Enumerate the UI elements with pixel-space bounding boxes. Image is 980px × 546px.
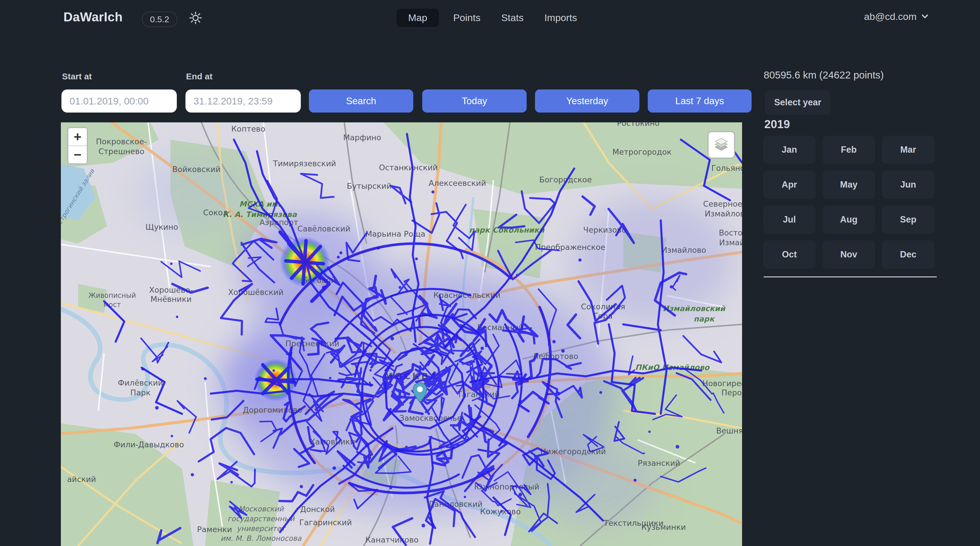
svg-text:Преображенское: Преображенское xyxy=(535,243,605,252)
svg-text:парк: парк xyxy=(694,315,715,323)
svg-text:Алексеевский: Алексеевский xyxy=(429,179,486,188)
svg-text:университет: университет xyxy=(237,524,286,533)
map-layers-control[interactable] xyxy=(708,131,735,159)
month-button-mar[interactable]: Mar xyxy=(882,136,934,164)
month-button-oct[interactable]: Oct xyxy=(763,240,816,269)
month-button-apr[interactable]: Apr xyxy=(763,171,816,199)
user-menu[interactable]: ab@cd.com xyxy=(864,11,929,22)
svg-text:Хорошёвский: Хорошёвский xyxy=(228,288,283,297)
version-badge: 0.5.2 xyxy=(142,11,177,27)
svg-text:Сокол: Сокол xyxy=(203,208,228,217)
map[interactable]: Покровское-СтрешневоКоптевоТимирязевский… xyxy=(61,122,742,546)
chevron-down-icon xyxy=(921,12,929,22)
theme-toggle-sun-icon[interactable] xyxy=(188,10,203,26)
sidebar-divider xyxy=(764,276,937,277)
month-button-nov[interactable]: Nov xyxy=(822,240,875,269)
svg-text:Метрогородок: Метрогородок xyxy=(612,147,671,156)
month-button-jun[interactable]: Jun xyxy=(882,171,934,199)
svg-text:Коптево: Коптево xyxy=(231,125,265,133)
tab-map[interactable]: Map xyxy=(396,9,439,27)
last-7-days-button[interactable]: Last 7 days xyxy=(648,89,752,113)
svg-text:Вешняки: Вешняки xyxy=(716,426,742,435)
svg-text:Восточное: Восточное xyxy=(719,228,742,237)
svg-text:Новогиреево: Новогиреево xyxy=(702,379,742,388)
tab-points[interactable]: Points xyxy=(447,9,487,27)
yesterday-button[interactable]: Yesterday xyxy=(535,89,640,113)
svg-text:Парк: Парк xyxy=(130,388,151,397)
navbar: DaWarIch 0.5.2 Map Points Stats Imports … xyxy=(0,0,980,36)
svg-text:Савёловский: Савёловский xyxy=(298,224,350,233)
svg-text:Тимирязевский: Тимирязевский xyxy=(273,159,336,168)
svg-text:айский: айский xyxy=(67,475,96,484)
today-button[interactable]: Today xyxy=(422,89,527,113)
svg-text:Пресненский: Пресненский xyxy=(285,339,339,348)
map-canvas: Покровское-СтрешневоКоптевоТимирязевский… xyxy=(61,122,742,546)
svg-text:Перово: Перово xyxy=(721,388,742,397)
month-button-jul[interactable]: Jul xyxy=(763,206,816,234)
svg-text:Марьина Роща: Марьина Роща xyxy=(366,230,425,238)
svg-text:Раменки: Раменки xyxy=(197,525,232,534)
month-button-feb[interactable]: Feb xyxy=(822,136,875,164)
svg-text:Московский: Московский xyxy=(238,505,284,513)
svg-text:Канатчиково: Канатчиково xyxy=(366,535,418,544)
svg-text:Нижегородский: Нижегородский xyxy=(540,447,606,456)
svg-text:Гольяново: Гольяново xyxy=(711,164,742,172)
svg-text:Марфино: Марфино xyxy=(343,133,381,142)
svg-text:Даниловский: Даниловский xyxy=(428,500,483,508)
svg-text:Щукино: Щукино xyxy=(145,222,178,231)
svg-text:Измайловский: Измайловский xyxy=(663,304,726,313)
svg-text:Северное: Северное xyxy=(703,200,742,208)
svg-text:Живописный: Живописный xyxy=(89,292,136,300)
zoom-out-button[interactable]: − xyxy=(68,146,87,163)
svg-text:Измайлово: Измайлово xyxy=(719,238,742,247)
svg-text:Войковский: Войковский xyxy=(172,165,221,174)
svg-text:Мнёвники: Мнёвники xyxy=(151,295,192,303)
zoom-in-button[interactable]: + xyxy=(68,128,87,146)
month-button-aug[interactable]: Aug xyxy=(822,206,875,234)
svg-text:Измайлово: Измайлово xyxy=(705,209,742,218)
tab-imports[interactable]: Imports xyxy=(538,9,583,27)
main-nav: Map Points Stats Imports xyxy=(396,9,583,27)
month-button-may[interactable]: May xyxy=(822,171,875,199)
svg-text:Рязанский: Рязанский xyxy=(638,458,680,468)
svg-text:Кузьминки: Кузьминки xyxy=(641,523,686,532)
distance-stats: 80595.6 km (24622 points) xyxy=(764,69,884,81)
month-button-jan[interactable]: Jan xyxy=(763,136,816,164)
svg-text:Измайлово: Измайлово xyxy=(661,246,706,254)
map-zoom-control: + − xyxy=(67,127,88,164)
search-button[interactable]: Search xyxy=(309,89,413,113)
year-heading: 2019 xyxy=(764,118,790,131)
svg-text:Фили-Давыдково: Фили-Давыдково xyxy=(114,440,184,449)
end-at-label: End at xyxy=(186,72,213,81)
start-at-input[interactable] xyxy=(61,89,177,113)
end-at-input[interactable] xyxy=(185,89,301,113)
svg-text:Донской: Донской xyxy=(300,505,335,514)
app-logo[interactable]: DaWarIch xyxy=(64,10,123,24)
layers-icon xyxy=(712,135,730,154)
svg-text:Ростокино: Ростокино xyxy=(617,122,660,128)
svg-text:Гагаринский: Гагаринский xyxy=(299,518,352,527)
svg-text:государственный: государственный xyxy=(228,514,295,523)
svg-text:Бутырский: Бутырский xyxy=(347,182,391,190)
location-marker[interactable] xyxy=(412,382,428,403)
month-button-dec[interactable]: Dec xyxy=(882,240,934,269)
svg-text:Филёвский: Филёвский xyxy=(118,378,163,387)
tab-stats[interactable]: Stats xyxy=(495,9,530,27)
user-email: ab@cd.com xyxy=(864,11,916,22)
month-button-sep[interactable]: Sep xyxy=(882,206,934,234)
svg-text:Останкинский: Останкинский xyxy=(379,163,438,172)
svg-text:Покровское-: Покровское- xyxy=(96,137,147,146)
svg-text:Хамовники: Хамовники xyxy=(310,437,355,446)
svg-text:Стрешнево: Стрешнево xyxy=(99,147,145,156)
select-year-button[interactable]: Select year xyxy=(765,90,830,115)
start-at-label: Start at xyxy=(62,72,92,81)
svg-text:им. М. В. Ломоносова: им. М. В. Ломоносова xyxy=(221,534,302,543)
